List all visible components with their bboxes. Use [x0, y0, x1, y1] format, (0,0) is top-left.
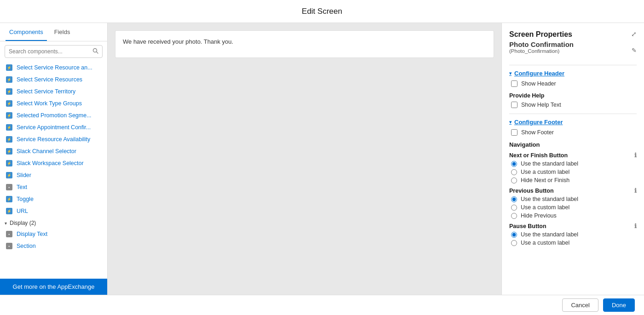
component-icon: ⚡: [6, 172, 13, 179]
next-finish-radio-standard[interactable]: [511, 161, 517, 167]
search-box: [5, 45, 103, 58]
component-item-select-service-territory[interactable]: ⚡Select Service Territory: [0, 86, 107, 97]
search-icon: [92, 48, 98, 55]
next-finish-radio-custom[interactable]: [511, 169, 517, 175]
edit-icon[interactable]: ✎: [632, 47, 637, 54]
component-icon: ⚡: [6, 100, 13, 107]
configure-footer-toggle[interactable]: ▾ Configure Footer: [509, 119, 637, 126]
tabs-bar: Components Fields: [0, 23, 107, 41]
canvas-message-box: We have received your photo. Thank you.: [115, 30, 494, 58]
component-item-url[interactable]: ⚡URL: [0, 205, 107, 217]
pause-radio-row: Use the standard label: [511, 231, 637, 238]
previous-radio-standard[interactable]: [511, 196, 517, 202]
show-header-checkbox[interactable]: [511, 80, 518, 87]
component-icon: ⚡: [6, 76, 13, 83]
component-icon: ⚡: [6, 148, 13, 155]
next-finish-radio-row: Use the standard label: [511, 160, 637, 167]
component-item-select-service-resources[interactable]: ⚡Select Service Resources: [0, 74, 107, 86]
next-finish-label: Next or Finish Button ℹ: [509, 152, 637, 159]
bottom-bar: Cancel Done: [0, 295, 644, 315]
previous-radio-row: Use a custom label: [511, 204, 637, 211]
component-name: Photo Confirmation: [509, 40, 574, 48]
component-item-slack-channel-selector[interactable]: ⚡Slack Channel Selector: [0, 145, 107, 157]
component-icon: ▪: [6, 242, 13, 250]
previous-info-icon[interactable]: ℹ: [634, 187, 637, 194]
canvas-message-text: We have received your photo. Thank you.: [123, 38, 233, 45]
display-section-header[interactable]: ▾Display (2): [0, 217, 107, 228]
center-canvas: We have received your photo. Thank you.: [108, 23, 501, 295]
appexchange-button[interactable]: Get more on the AppExchange: [0, 279, 107, 295]
component-item-service-appointment-confir[interactable]: ⚡Service Appointment Confir...: [0, 121, 107, 133]
top-bar: Edit Screen: [0, 0, 644, 23]
show-help-text-checkbox[interactable]: [511, 102, 518, 108]
component-icon: ⚡: [6, 112, 13, 119]
tab-components[interactable]: Components: [6, 23, 47, 41]
configure-header-section: ▾ Configure Header Show Header: [509, 70, 637, 87]
previous-radio-hide[interactable]: [511, 213, 517, 219]
pause-options: Use the standard labelUse a custom label: [509, 231, 637, 246]
component-icon: ⚡: [6, 195, 13, 203]
tab-fields[interactable]: Fields: [51, 23, 74, 41]
next-finish-radio-row: Hide Next or Finish: [511, 177, 637, 183]
expand-icon[interactable]: ⤢: [631, 30, 637, 38]
component-item-toggle[interactable]: ⚡Toggle: [0, 193, 107, 205]
left-panel: Components Fields ⚡Select Service Resour…: [0, 23, 108, 295]
component-item-select-service-resource-an[interactable]: ⚡Select Service Resource an...: [0, 62, 107, 74]
provide-help-section: Provide Help Show Help Text: [509, 92, 637, 108]
component-item-text[interactable]: ▪Text: [0, 181, 107, 193]
provide-help-label: Provide Help: [509, 92, 637, 99]
previous-radio-custom[interactable]: [511, 205, 517, 211]
chevron-down-icon: ▾: [509, 71, 512, 76]
chevron-down-icon-2: ▾: [509, 120, 512, 125]
pause-btn-label: Pause Button ℹ: [509, 223, 637, 229]
show-help-text-row: Show Help Text: [511, 102, 637, 108]
navigation-label: Navigation: [509, 141, 637, 148]
show-footer-checkbox[interactable]: [511, 129, 518, 136]
component-icon: ▪: [6, 230, 13, 238]
component-list: ⚡Select Service Resource an...⚡Select Se…: [0, 62, 107, 279]
next-finish-radio-row: Use a custom label: [511, 169, 637, 175]
component-item-select-work-type-groups[interactable]: ⚡Select Work Type Groups: [0, 97, 107, 109]
pause-radio-row: Use a custom label: [511, 240, 637, 246]
previous-options: Use the standard labelUse a custom label…: [509, 196, 637, 219]
done-button[interactable]: Done: [603, 298, 635, 312]
right-panel-title: Screen Properties: [509, 30, 572, 39]
main-layout: Components Fields ⚡Select Service Resour…: [0, 23, 644, 295]
component-api-name: (Photo_Confirmation): [509, 48, 574, 54]
show-header-row: Show Header: [511, 80, 637, 87]
chevron-down-icon-display: ▾: [5, 221, 7, 226]
next-finish-radio-hide[interactable]: [511, 178, 517, 183]
next-finish-info-icon[interactable]: ℹ: [634, 152, 637, 159]
navigation-section: Navigation Next or Finish Button ℹ Use t…: [509, 141, 637, 246]
previous-radio-row: Hide Previous: [511, 212, 637, 219]
previous-radio-row: Use the standard label: [511, 196, 637, 202]
component-item-selected-promotion-segme[interactable]: ⚡Selected Promotion Segme...: [0, 109, 107, 121]
display-item-display-text[interactable]: ▪Display Text: [0, 228, 107, 240]
pause-radio-custom[interactable]: [511, 240, 517, 246]
configure-header-toggle[interactable]: ▾ Configure Header: [509, 70, 637, 77]
display-item-section[interactable]: ▪Section: [0, 240, 107, 252]
page-title: Edit Screen: [302, 7, 342, 16]
component-icon: ⚡: [6, 64, 13, 71]
component-icon: ⚡: [6, 124, 13, 131]
component-icon: ▪: [6, 183, 13, 191]
next-finish-options: Use the standard labelUse a custom label…: [509, 160, 637, 183]
configure-footer-section: ▾ Configure Footer Show Footer: [509, 119, 637, 136]
component-item-slider[interactable]: ⚡Slider: [0, 169, 107, 181]
previous-btn-label: Previous Button ℹ: [509, 187, 637, 194]
cancel-button[interactable]: Cancel: [562, 298, 598, 312]
show-footer-row: Show Footer: [511, 129, 637, 136]
pause-info-icon[interactable]: ℹ: [634, 223, 637, 229]
component-item-slack-workspace-selector[interactable]: ⚡Slack Workspace Selector: [0, 157, 107, 169]
component-item-service-resource-availability[interactable]: ⚡Service Resource Availability: [0, 133, 107, 145]
component-icon: ⚡: [6, 136, 13, 143]
component-icon: ⚡: [6, 160, 13, 167]
pause-radio-standard[interactable]: [511, 232, 517, 238]
component-icon: ⚡: [6, 207, 13, 215]
svg-line-1: [97, 52, 98, 54]
right-panel-header: Screen Properties ⤢: [509, 30, 637, 39]
component-icon: ⚡: [6, 88, 13, 95]
right-panel: Screen Properties ⤢ Photo Confirmation (…: [501, 23, 644, 295]
search-input[interactable]: [9, 48, 92, 55]
